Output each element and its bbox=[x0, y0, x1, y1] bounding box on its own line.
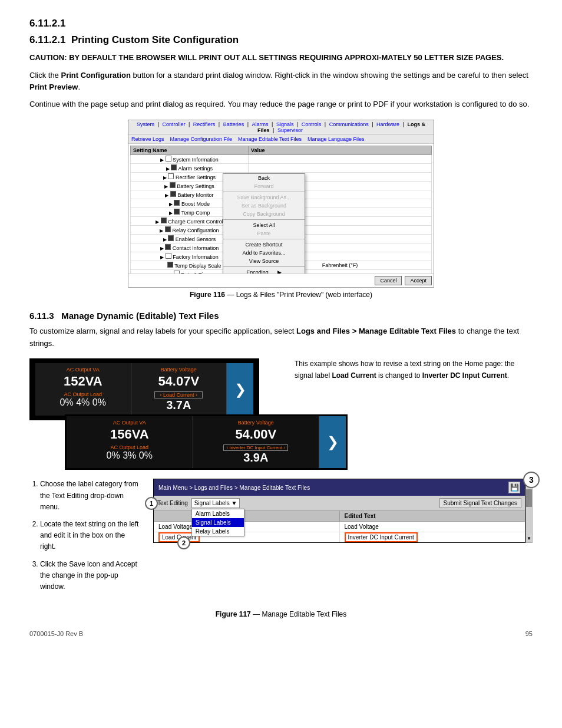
badge-2-container: 2 bbox=[177, 536, 190, 549]
manage-toolbar: 1 Text Editing Signal Labels ▼ Alarm Lab… bbox=[154, 496, 525, 511]
web-nav-bar: System | Controller | Rectifiers | Batte… bbox=[128, 120, 434, 135]
context-set-bg[interactable]: Set as Background bbox=[223, 202, 305, 210]
panels-display: AC Output VA 152VA AC Output Load 0% 4% … bbox=[29, 358, 533, 470]
battery-label-bot: Battery Voltage bbox=[198, 420, 315, 426]
inverter-label-bot: ‹ Inverter DC Input Current › bbox=[223, 444, 288, 451]
arrow-button-bot[interactable]: ❯ bbox=[319, 416, 346, 468]
checkbox[interactable] bbox=[161, 218, 167, 223]
nav-hardware[interactable]: Hardware bbox=[376, 121, 399, 127]
scroll-thumb[interactable] bbox=[526, 489, 532, 507]
battery-value-bot: 54.00V bbox=[198, 427, 315, 442]
context-favorites[interactable]: Add to Favorites... bbox=[223, 249, 305, 257]
logs-files-link: Logs and Files > Manage Editable Text Fi… bbox=[296, 327, 456, 335]
ac-output-label-top: AC Output VA bbox=[40, 367, 126, 373]
subnav-retrieve-logs[interactable]: Retrieve Logs bbox=[131, 136, 164, 142]
subnav-manage-lang[interactable]: Manage Language Files bbox=[308, 136, 365, 142]
ac-output-label-bot: AC Output VA bbox=[71, 420, 188, 426]
body-text-2: Continue with the page setup and print d… bbox=[29, 98, 533, 111]
arrow-button-top[interactable]: ❯ bbox=[227, 363, 253, 416]
nav-rectifiers[interactable]: Rectifiers bbox=[193, 121, 216, 127]
dropdown-wrapper: Signal Labels ▼ Alarm Labels Signal Labe… bbox=[191, 498, 240, 508]
nav-alarms[interactable]: Alarms bbox=[252, 121, 269, 127]
cancel-button[interactable]: Cancel bbox=[375, 276, 402, 285]
col-left-header bbox=[154, 511, 340, 521]
nav-batteries[interactable]: Batteries bbox=[223, 121, 244, 127]
context-encoding[interactable]: Encoding ▶ bbox=[223, 268, 305, 274]
save-icon[interactable]: 💾 bbox=[508, 482, 520, 493]
context-view-source[interactable]: View Source bbox=[223, 257, 305, 265]
step-3: Click the Save icon and Accept the chang… bbox=[40, 559, 141, 593]
context-paste[interactable]: Paste bbox=[223, 229, 305, 238]
panels-stack: AC Output VA 152VA AC Output Load 0% 4% … bbox=[29, 358, 277, 470]
dropdown-alarm-labels[interactable]: Alarm Labels bbox=[192, 509, 244, 518]
table-row: ▶ System Information bbox=[131, 154, 432, 163]
footer-bar: 0700015-J0 Rev B 95 bbox=[29, 630, 533, 637]
accept-button[interactable]: Accept bbox=[405, 276, 432, 285]
context-menu: Back Forward Save Background As... Set a… bbox=[223, 173, 305, 274]
panel-cell-left-top: AC Output VA 152VA AC Output Load 0% 4% … bbox=[35, 363, 131, 416]
nav-communications[interactable]: Communications bbox=[329, 121, 369, 127]
scroll-down-button[interactable]: ▼ bbox=[525, 535, 533, 542]
nav-signals[interactable]: Signals bbox=[276, 121, 294, 127]
col-value: Value bbox=[249, 146, 432, 154]
checkbox[interactable] bbox=[174, 271, 180, 274]
steps-list: Choose the label category from the Text … bbox=[29, 479, 141, 598]
ac-output-value-bot: 156VA bbox=[71, 427, 188, 442]
checkbox[interactable] bbox=[167, 262, 173, 268]
panel-bottom: AC Output VA 156VA AC Output Load 0% 3% … bbox=[65, 414, 348, 470]
checkbox[interactable] bbox=[170, 191, 176, 197]
dropdown-signal-labels[interactable]: Signal Labels bbox=[192, 518, 244, 527]
battery-value-top: 54.07V bbox=[136, 374, 222, 389]
step-1: Choose the label category from the Text … bbox=[40, 479, 141, 513]
context-sep-1 bbox=[223, 192, 305, 192]
battery-label-top: Battery Voltage bbox=[136, 367, 222, 373]
row1-left: Load Voltage bbox=[154, 522, 340, 532]
badge-3-container: 3 bbox=[523, 472, 540, 488]
signal-labels-dropdown[interactable]: Signal Labels ▼ bbox=[191, 498, 240, 508]
panel-cell-right-bot: Battery Voltage 54.00V ‹ Inverter DC Inp… bbox=[193, 416, 320, 468]
nav-controller[interactable]: Controller bbox=[162, 121, 185, 127]
section-heading-6112: 6.11.2.1 Printing Custom Site Configurat… bbox=[29, 34, 533, 46]
bottom-action-bar: Cancel Accept bbox=[128, 274, 434, 287]
context-select-all[interactable]: Select All bbox=[223, 221, 305, 229]
checkbox[interactable] bbox=[166, 253, 171, 259]
manage-ui-area: 3 Main Menu > Logs and Files > Manage Ed… bbox=[153, 479, 533, 543]
col-right-header: Edited Text bbox=[340, 511, 525, 521]
load-current-label-top: ‹ Load Current › bbox=[154, 391, 203, 398]
ac-load-values-top: 0% 4% 0% bbox=[40, 397, 126, 408]
badge-1: 1 bbox=[145, 497, 158, 510]
table-row: ▶ Alarm Settings bbox=[131, 163, 432, 172]
load-current-value-top: 3.7A bbox=[136, 398, 222, 412]
checkbox[interactable] bbox=[171, 164, 177, 170]
row1-right: Load Voltage bbox=[340, 522, 525, 532]
context-sep-2 bbox=[223, 219, 305, 220]
checkbox[interactable] bbox=[165, 226, 171, 232]
submit-signal-changes-button[interactable]: Submit Signal Text Changes bbox=[439, 498, 521, 508]
nav-supervisor[interactable]: Supervisor bbox=[277, 127, 303, 133]
figure-116-container: System | Controller | Rectifiers | Batte… bbox=[29, 120, 533, 299]
checkbox[interactable] bbox=[168, 173, 174, 179]
footer-left: 0700015-J0 Rev B bbox=[29, 630, 83, 637]
nav-controls[interactable]: Controls bbox=[302, 121, 322, 127]
context-shortcut[interactable]: Create Shortcut bbox=[223, 241, 305, 249]
context-back[interactable]: Back bbox=[223, 174, 305, 182]
body-text-1: Click the Print Configuration button for… bbox=[29, 70, 533, 94]
checkbox[interactable] bbox=[168, 235, 174, 241]
load-current-bold: Load Current bbox=[332, 371, 376, 380]
checkbox[interactable] bbox=[165, 244, 171, 250]
subnav-manage-config[interactable]: Manage Configuration File bbox=[170, 136, 233, 142]
checkbox[interactable] bbox=[170, 182, 176, 188]
checkbox[interactable] bbox=[166, 156, 171, 162]
checkbox[interactable] bbox=[174, 209, 180, 215]
nav-system[interactable]: System bbox=[137, 121, 154, 127]
checkbox[interactable] bbox=[174, 200, 180, 206]
context-save-bg[interactable]: Save Background As... bbox=[223, 193, 305, 202]
scrollbar[interactable]: ▲ ▼ bbox=[525, 479, 533, 543]
badge-1-container: 1 bbox=[145, 497, 158, 510]
steps-section: Choose the label category from the Text … bbox=[29, 479, 533, 598]
web-sub-nav: Retrieve Logs Manage Configuration File … bbox=[128, 135, 434, 144]
dropdown-relay-labels[interactable]: Relay Labels bbox=[192, 527, 244, 536]
subnav-manage-text[interactable]: Manage Editable Text Files bbox=[238, 136, 302, 142]
context-forward[interactable]: Forward bbox=[223, 182, 305, 190]
context-copy-bg[interactable]: Copy Background bbox=[223, 210, 305, 218]
